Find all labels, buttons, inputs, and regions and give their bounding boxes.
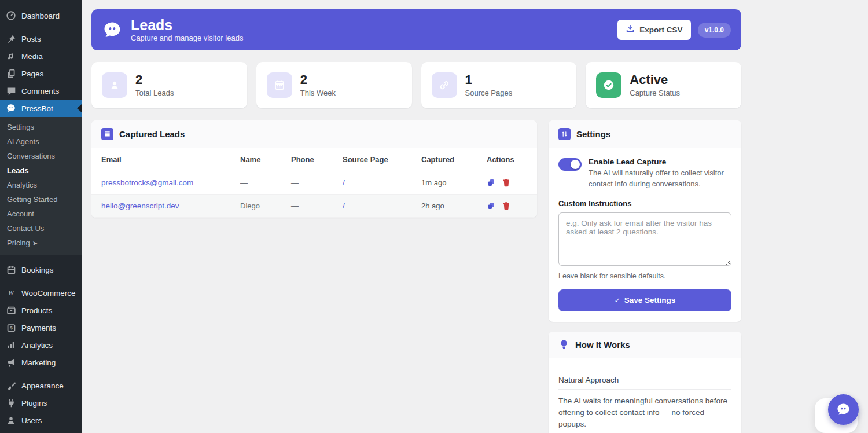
col-phone: Phone [291, 155, 343, 164]
lead-captured: 2h ago [421, 201, 487, 210]
chat-launcher-button[interactable] [828, 394, 859, 425]
leads-table-header: Email Name Phone Source Page Captured Ac… [91, 148, 537, 171]
submenu-item-analytics[interactable]: Analytics [0, 178, 82, 192]
how-it-works-panel: How It Works Natural Approach The AI wai… [549, 332, 741, 433]
lead-actions [487, 178, 527, 187]
copy-icon[interactable] [487, 178, 495, 187]
sidebar-item-label: PressBot [21, 104, 53, 113]
sidebar-item-plugins[interactable]: Plugins [0, 394, 82, 412]
sidebar-item-pages[interactable]: Pages [0, 65, 82, 82]
custom-instructions-textarea[interactable] [558, 212, 731, 266]
lead-email-link[interactable]: pressbotrocks@gmail.com [101, 178, 240, 187]
header-titles: Leads Capture and manage visitor leads [131, 17, 243, 42]
stat-value: 2 [300, 73, 336, 87]
submenu-item-getting-started[interactable]: Getting Started [0, 192, 82, 207]
sidebar-item-tools[interactable]: Tools [0, 429, 82, 433]
how-it-works-title: How It Works [575, 340, 630, 350]
captured-leads-title: Captured Leads [119, 129, 185, 139]
user-icon [6, 415, 16, 425]
lead-phone: — [291, 201, 343, 210]
divider [558, 389, 731, 390]
sidebar-item-posts[interactable]: Posts [0, 30, 82, 47]
submenu-item-contact-us[interactable]: Contact Us [0, 221, 82, 236]
stat-label: Source Pages [465, 89, 513, 97]
sidebar-item-label: Payments [21, 324, 56, 332]
comments-icon [6, 86, 16, 96]
sidebar-item-products[interactable]: Products [0, 302, 82, 319]
submenu-item-settings[interactable]: Settings [0, 120, 82, 134]
dashboard-icon [6, 10, 16, 21]
page-title: Leads [131, 17, 243, 32]
page-header-banner: Leads Capture and manage visitor leads E… [91, 9, 741, 50]
delete-trash-icon[interactable] [502, 178, 510, 187]
sidebar-item-label: Users [21, 416, 42, 425]
sidebar-item-label: WooCommerce [21, 289, 76, 298]
sidebar-item-dashboard[interactable]: Dashboard [0, 7, 82, 24]
sidebar-item-analytics[interactable]: Analytics [0, 336, 82, 354]
col-source-page: Source Page [343, 155, 421, 164]
pressbot-submenu: Settings AI Agents Conversations Leads A… [0, 117, 82, 255]
list-icon [101, 128, 113, 140]
stat-card-capture-status: Active Capture Status [586, 62, 741, 108]
lead-email-link[interactable]: hello@greenscript.dev [101, 201, 240, 210]
sidebar-item-payments[interactable]: $ Payments [0, 319, 82, 336]
header-actions: Export CSV v1.0.0 [617, 20, 731, 40]
sidebar-item-label: Posts [21, 35, 41, 43]
custom-instructions-hint: Leave blank for sensible defaults. [558, 272, 731, 280]
toggle-description: The AI will naturally offer to collect v… [589, 168, 731, 190]
sidebar-item-label: Bookings [21, 266, 54, 274]
check-circle-icon [596, 72, 621, 98]
stat-value: 1 [465, 73, 513, 87]
box-icon [6, 305, 16, 315]
how-section-heading: Natural Approach [558, 376, 731, 384]
delete-trash-icon[interactable] [502, 201, 510, 210]
sidebar-item-pressbot[interactable]: PressBot [0, 100, 82, 117]
content-area: Leads Capture and manage visitor leads E… [82, 0, 868, 433]
pressbot-logo-icon [102, 20, 123, 41]
save-settings-button[interactable]: ✓ Save Settings [558, 289, 731, 311]
custom-instructions-label: Custom Instructions [558, 199, 731, 208]
submenu-item-conversations[interactable]: Conversations [0, 149, 82, 163]
lead-capture-toggle-row: Enable Lead Capture The AI will naturall… [558, 157, 731, 190]
pricing-arrow-icon: ➤ [32, 240, 38, 247]
toggle-title: Enable Lead Capture [589, 157, 731, 166]
sidebar-item-users[interactable]: Users [0, 412, 82, 429]
stat-card-source-pages: 1 Source Pages [421, 62, 577, 108]
sidebar-item-media[interactable]: Media [0, 47, 82, 65]
stat-label: Total Leads [135, 89, 174, 97]
toggle-knob [571, 160, 580, 169]
sidebar-item-comments[interactable]: Comments [0, 82, 82, 100]
sidebar-item-label: Products [21, 306, 52, 315]
sidebar-item-marketing[interactable]: Marketing [0, 354, 82, 371]
submenu-item-ai-agents[interactable]: AI Agents [0, 134, 82, 149]
payments-icon: $ [6, 322, 16, 333]
sidebar-item-woocommerce[interactable]: W WooCommerce [0, 284, 82, 302]
version-badge: v1.0.0 [698, 23, 731, 38]
col-name: Name [240, 155, 291, 164]
export-csv-button[interactable]: Export CSV [617, 20, 690, 40]
lead-phone: — [291, 178, 343, 187]
stat-label: Capture Status [630, 89, 680, 97]
captured-leads-panel: Captured Leads Email Name Phone Source P… [91, 120, 537, 218]
enable-lead-capture-toggle[interactable] [558, 158, 582, 171]
stat-card-total-leads: 2 Total Leads [91, 62, 247, 108]
lead-source-link[interactable]: / [343, 178, 421, 187]
calendar-icon [267, 72, 292, 98]
submenu-item-pricing[interactable]: Pricing➤ [0, 236, 82, 250]
sidebar-item-bookings[interactable]: Bookings [0, 261, 82, 278]
save-settings-label: Save Settings [624, 296, 676, 304]
copy-icon[interactable] [487, 201, 495, 210]
submenu-item-leads[interactable]: Leads [0, 163, 82, 178]
check-icon: ✓ [615, 296, 620, 304]
sidebar-item-appearance[interactable]: Appearance [0, 377, 82, 394]
lead-source-link[interactable]: / [343, 201, 421, 210]
svg-text:$: $ [10, 325, 13, 331]
pages-icon [6, 68, 16, 79]
table-row: hello@greenscript.dev Diego — / 2h ago [91, 195, 537, 218]
svg-text:W: W [8, 289, 15, 297]
captured-leads-header: Captured Leads [91, 120, 537, 148]
submenu-item-account[interactable]: Account [0, 207, 82, 221]
lead-name: Diego [240, 201, 291, 210]
sliders-icon [558, 128, 571, 140]
chat-bubble-icon [6, 103, 16, 113]
